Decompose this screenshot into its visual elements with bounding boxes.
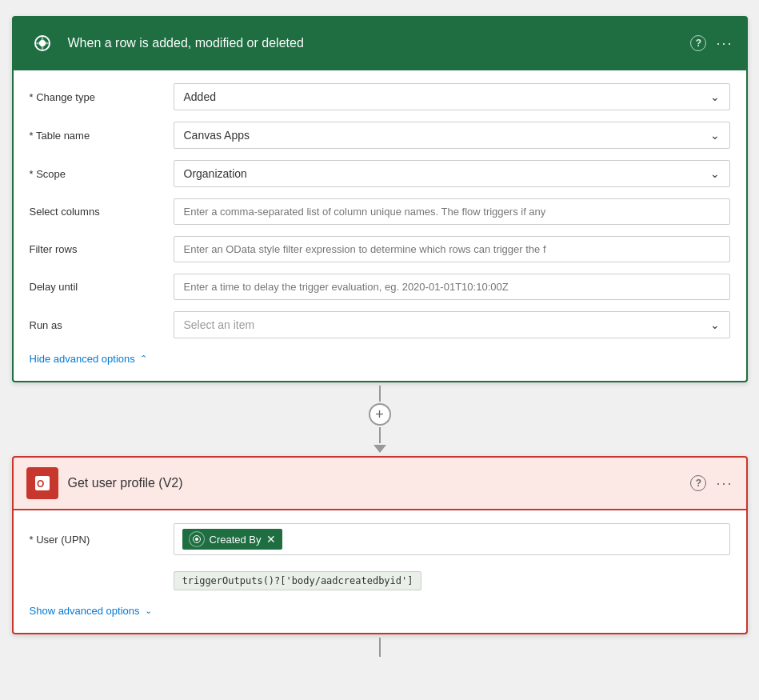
delay-until-control[interactable] [174, 274, 730, 300]
created-by-chip: Created By ✕ [182, 529, 282, 550]
delay-until-input[interactable] [174, 274, 730, 300]
filter-rows-control[interactable] [174, 236, 730, 262]
delay-until-label: Delay until [30, 281, 174, 293]
select-columns-row: Select columns [30, 198, 730, 225]
action-help-icon[interactable]: ? [690, 475, 706, 491]
run-as-control[interactable]: Select an item ⌄ [174, 311, 730, 338]
hide-advanced-chevron-icon: ⌃ [140, 354, 147, 364]
change-type-select[interactable]: Added ⌄ [174, 83, 730, 110]
trigger-card: When a row is added, modified or deleted… [12, 16, 748, 382]
change-type-value: Added [184, 90, 216, 103]
connector-arrow-icon [374, 445, 386, 453]
formula-badge: triggerOutputs()?['body/aadcreatedbyid'] [174, 571, 422, 590]
flow-container: When a row is added, modified or deleted… [12, 16, 748, 657]
scope-control[interactable]: Organization ⌄ [174, 160, 730, 187]
show-advanced-button[interactable]: Show advanced options ⌄ [30, 602, 152, 620]
connector: + [369, 386, 391, 453]
hide-advanced-button[interactable]: Hide advanced options ⌃ [30, 350, 147, 368]
table-name-chevron-icon: ⌄ [710, 129, 720, 142]
chip-label: Created By [210, 534, 262, 546]
filter-rows-input[interactable] [174, 236, 730, 262]
action-card-header: O Get user profile (V2) ? ··· [12, 456, 748, 510]
delay-until-row: Delay until [30, 274, 730, 300]
dataverse-icon [33, 34, 52, 53]
table-name-control[interactable]: Canvas Apps ⌄ [174, 122, 730, 149]
select-columns-input[interactable] [174, 198, 730, 225]
table-name-value: Canvas Apps [184, 129, 250, 142]
trigger-header-actions: ? ··· [690, 35, 733, 52]
plus-icon: + [375, 406, 384, 423]
scope-select[interactable]: Organization ⌄ [174, 160, 730, 187]
add-step-button[interactable]: + [369, 403, 391, 426]
trigger-card-header: When a row is added, modified or deleted… [12, 16, 748, 70]
change-type-chevron-icon: ⌄ [710, 90, 720, 103]
filter-rows-row: Filter rows [30, 236, 730, 262]
action-icon: O [26, 467, 58, 499]
svg-text:O: O [37, 478, 44, 490]
run-as-select[interactable]: Select an item ⌄ [174, 311, 730, 338]
scope-row: * Scope Organization ⌄ [30, 160, 730, 187]
trigger-icon [26, 27, 58, 59]
run-as-chevron-icon: ⌄ [710, 318, 720, 331]
user-upn-row: * User (UPN) Created By ✕ [30, 523, 730, 555]
action-card: O Get user profile (V2) ? ··· * User (UP… [12, 456, 748, 634]
table-name-select[interactable]: Canvas Apps ⌄ [174, 122, 730, 149]
run-as-row: Run as Select an item ⌄ [30, 311, 730, 338]
user-field-control[interactable]: Created By ✕ [174, 523, 730, 555]
trigger-title: When a row is added, modified or deleted [68, 36, 691, 50]
run-as-label: Run as [30, 319, 174, 331]
change-type-row: * Change type Added ⌄ [30, 83, 730, 110]
hide-advanced-label: Hide advanced options [30, 353, 135, 365]
select-columns-control[interactable] [174, 198, 730, 225]
select-columns-label: Select columns [30, 206, 174, 218]
trigger-more-icon[interactable]: ··· [716, 35, 733, 52]
scope-value: Organization [184, 167, 247, 180]
office-icon: O [33, 474, 52, 493]
user-upn-label: * User (UPN) [30, 534, 174, 546]
scope-chevron-icon: ⌄ [710, 167, 720, 180]
show-advanced-label: Show advanced options [30, 605, 140, 617]
trigger-card-body: * Change type Added ⌄ * Table name Canva… [12, 70, 748, 382]
action-card-body: * User (UPN) Created By ✕ [12, 510, 748, 634]
filter-rows-label: Filter rows [30, 243, 174, 255]
bottom-line [379, 638, 381, 657]
action-header-actions: ? ··· [690, 475, 733, 492]
chip-remove-button[interactable]: ✕ [266, 534, 276, 545]
chip-dataverse-icon [189, 531, 205, 547]
change-type-label: * Change type [30, 91, 174, 103]
formula-row: triggerOutputs()?['body/aadcreatedbyid'] [174, 566, 730, 590]
action-title: Get user profile (V2) [68, 476, 691, 490]
trigger-help-icon[interactable]: ? [690, 35, 706, 51]
change-type-control[interactable]: Added ⌄ [174, 83, 730, 110]
connector-line-bottom [379, 427, 381, 443]
table-name-label: * Table name [30, 130, 174, 142]
connector-line-top [379, 386, 381, 402]
action-more-icon[interactable]: ··· [716, 475, 733, 492]
svg-point-5 [195, 538, 198, 541]
table-name-row: * Table name Canvas Apps ⌄ [30, 122, 730, 149]
run-as-placeholder: Select an item [184, 318, 255, 331]
scope-label: * Scope [30, 168, 174, 180]
show-advanced-chevron-icon: ⌄ [145, 606, 152, 616]
